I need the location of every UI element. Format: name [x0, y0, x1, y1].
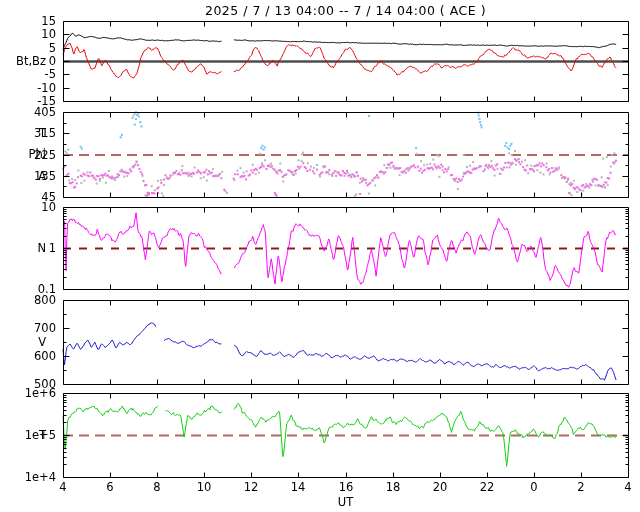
y-tick-label: 1: [16, 241, 56, 255]
x-tick-label: 10: [189, 480, 219, 494]
x-tick-label: 2: [566, 480, 596, 494]
chart-title: 2025 / 7 / 13 04:00 -- 7 / 14 04:00 ( AC…: [63, 3, 628, 18]
x-tick-label: 22: [472, 480, 502, 494]
x-tick-label: 6: [95, 480, 125, 494]
y-tick-label: 800: [16, 293, 56, 307]
y-tick-label: -5: [16, 67, 56, 81]
y-tick-label: 135: [16, 169, 56, 183]
x-tick-label: 20: [425, 480, 455, 494]
plot-canvas: [0, 0, 640, 512]
y-tick-label: 1e+5: [16, 428, 56, 442]
y-tick-label: 10: [16, 27, 56, 41]
y-axis-label-speed: V: [0, 335, 46, 349]
y-tick-label: 10: [16, 200, 56, 214]
y-tick-label: -10: [16, 81, 56, 95]
x-tick-label: 14: [283, 480, 313, 494]
y-tick-label: 405: [16, 105, 56, 119]
y-tick-label: 5: [16, 41, 56, 55]
x-tick-label: 18: [378, 480, 408, 494]
x-tick-label: 4: [613, 480, 640, 494]
x-axis-unit-label: UT: [63, 495, 628, 509]
x-tick-label: 0: [519, 480, 549, 494]
y-tick-label: 315: [16, 126, 56, 140]
y-tick-label: 15: [16, 14, 56, 28]
y-tick-label: 0: [16, 54, 56, 68]
y-tick-label: 225: [16, 148, 56, 162]
ace-solar-wind-chart: 2025 / 7 / 13 04:00 -- 7 / 14 04:00 ( AC…: [0, 0, 640, 512]
y-tick-label: 700: [16, 321, 56, 335]
x-tick-label: 4: [48, 480, 78, 494]
x-tick-label: 8: [142, 480, 172, 494]
x-tick-label: 12: [236, 480, 266, 494]
y-tick-label: 1e+6: [16, 386, 56, 400]
y-tick-label: 600: [16, 349, 56, 363]
x-tick-label: 16: [331, 480, 361, 494]
